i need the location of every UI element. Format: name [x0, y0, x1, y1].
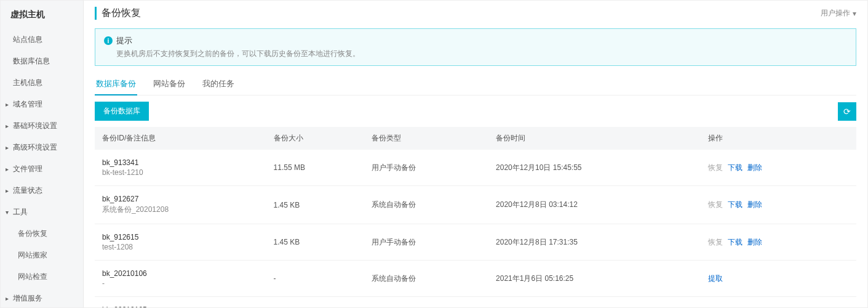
- tab-1[interactable]: 网站备份: [152, 73, 186, 95]
- sidebar-item-10[interactable]: 网站搬家: [1, 245, 83, 266]
- cell-size: 1.45 KB: [266, 224, 364, 261]
- table-row: bk_912615test-12081.45 KB用户手动备份2020年12月8…: [95, 224, 856, 261]
- page-title: 备份恢复: [95, 7, 141, 20]
- cell-id: bk_20210106-: [95, 261, 266, 297]
- backup-id: bk_20210106: [102, 269, 259, 278]
- tab-2[interactable]: 我的任务: [201, 73, 236, 95]
- chevron-right-icon: [6, 144, 12, 151]
- chevron-right-icon: [6, 101, 12, 108]
- backup-id: bk_912627: [102, 195, 259, 203]
- sidebar-item-3[interactable]: 域名管理: [1, 94, 83, 115]
- chevron-right-icon: [6, 123, 12, 129]
- chevron-down-icon: ▾: [853, 9, 856, 18]
- sidebar-item-4[interactable]: 基础环境设置: [1, 115, 83, 137]
- cell-actions: 提取: [701, 261, 856, 297]
- sidebar-item-label: 备份恢复: [18, 229, 47, 239]
- table-row: bk_913341bk-test-121011.55 MB用户手动备份2020年…: [95, 150, 856, 186]
- alert-title: 提示: [116, 35, 132, 46]
- sidebar-item-label: 工具: [13, 207, 28, 217]
- cell-type: 用户手动备份: [364, 150, 489, 186]
- sidebar-item-1[interactable]: 数据库信息: [1, 51, 83, 72]
- cell-type: 用户手动备份: [364, 224, 489, 261]
- sidebar-item-label: 文件管理: [13, 164, 42, 174]
- cell-actions: 恢复下载删除: [701, 224, 856, 261]
- cell-time: 2021年1月6日 05:16:25: [488, 261, 701, 297]
- action-删除[interactable]: 删除: [747, 200, 762, 209]
- user-action-dropdown[interactable]: 用户操作 ▾: [821, 8, 856, 18]
- chevron-down-icon: [6, 209, 12, 216]
- cell-id: bk_912615test-1208: [95, 224, 266, 261]
- cell-time: 2020年12月8日 17:31:35: [488, 224, 701, 261]
- sidebar-item-label: 高级环境设置: [13, 142, 57, 153]
- cell-size: 1.45 KB: [266, 186, 364, 224]
- cell-size: -: [266, 297, 364, 308]
- sidebar-item-label: 站点信息: [13, 34, 42, 45]
- backup-id: bk_20210105: [102, 306, 259, 307]
- sidebar-item-11[interactable]: 网站检查: [1, 266, 83, 288]
- sidebar-item-label: 数据库信息: [13, 56, 50, 67]
- alert-title-row: i 提示: [104, 35, 847, 46]
- sidebar: 虚拟主机 站点信息数据库信息主机信息域名管理基础环境设置高级环境设置文件管理流量…: [1, 1, 84, 307]
- info-icon: i: [104, 36, 113, 45]
- sidebar-item-label: 网站搬家: [18, 250, 47, 261]
- table-row: bk_20210105--系统自动备份2021年1月5日 05:19:28提取: [95, 297, 856, 308]
- sidebar-item-5[interactable]: 高级环境设置: [1, 137, 83, 158]
- cell-size: 11.55 MB: [266, 150, 364, 186]
- action-恢复: 恢复: [708, 163, 723, 172]
- user-action-label: 用户操作: [821, 8, 850, 18]
- backup-id: bk_913341: [102, 158, 259, 167]
- action-下载[interactable]: 下载: [728, 200, 743, 209]
- sidebar-title: 虚拟主机: [1, 1, 83, 29]
- sidebar-item-6[interactable]: 文件管理: [1, 158, 83, 180]
- cell-time: 2020年12月10日 15:45:55: [488, 150, 701, 186]
- cell-actions: 恢复下载删除: [701, 150, 856, 186]
- cell-type: 系统自动备份: [364, 186, 489, 224]
- backup-note: bk-test-1210: [102, 168, 259, 177]
- sidebar-item-8[interactable]: 工具: [1, 201, 83, 223]
- chevron-right-icon: [6, 187, 12, 194]
- table-row: bk_912627系统备份_202012081.45 KB系统自动备份2020年…: [95, 186, 856, 224]
- sidebar-item-2[interactable]: 主机信息: [1, 72, 83, 94]
- sidebar-item-label: 网站检查: [18, 272, 47, 282]
- cell-id: bk_913341bk-test-1210: [95, 150, 266, 186]
- action-下载[interactable]: 下载: [728, 163, 743, 172]
- alert-body: 更换机房后不支持恢复到之前的备份，可以下载历史备份至本地进行恢复。: [104, 49, 847, 59]
- cell-id: bk_20210105-: [95, 297, 266, 308]
- column-header-1: 备份大小: [266, 127, 364, 150]
- cell-id: bk_912627系统备份_20201208: [95, 186, 266, 224]
- cell-size: -: [266, 261, 364, 297]
- refresh-icon: ⟳: [843, 107, 851, 116]
- sidebar-item-label: 流量状态: [13, 185, 42, 196]
- info-alert: i 提示 更换机房后不支持恢复到之前的备份，可以下载历史备份至本地进行恢复。: [95, 28, 856, 66]
- sidebar-item-0[interactable]: 站点信息: [1, 29, 83, 51]
- backup-database-button[interactable]: 备份数据库: [95, 102, 149, 121]
- sidebar-item-label: 主机信息: [13, 78, 42, 88]
- cell-actions: 提取: [701, 297, 856, 308]
- backup-table: 备份ID/备注信息备份大小备份类型备份时间操作 bk_913341bk-test…: [95, 127, 856, 307]
- cell-type: 系统自动备份: [364, 261, 489, 297]
- toolbar: 备份数据库 ⟳: [95, 102, 856, 121]
- backup-id: bk_912615: [102, 233, 259, 241]
- refresh-button[interactable]: ⟳: [838, 102, 856, 121]
- backup-note: test-1208: [102, 243, 259, 251]
- backup-note: 系统备份_20201208: [102, 205, 259, 215]
- table-row: bk_20210106--系统自动备份2021年1月6日 05:16:25提取: [95, 261, 856, 297]
- backup-note: -: [102, 279, 259, 288]
- sidebar-item-label: 基础环境设置: [13, 121, 57, 131]
- action-恢复: 恢复: [708, 200, 723, 209]
- sidebar-item-12[interactable]: 增值服务: [1, 288, 83, 307]
- column-header-0: 备份ID/备注信息: [95, 127, 266, 150]
- sidebar-item-7[interactable]: 流量状态: [1, 180, 83, 201]
- action-下载[interactable]: 下载: [728, 238, 743, 246]
- column-header-2: 备份类型: [364, 127, 489, 150]
- action-删除[interactable]: 删除: [747, 163, 762, 172]
- chevron-right-icon: [6, 295, 12, 302]
- page-header: 备份恢复 用户操作 ▾: [95, 7, 856, 20]
- action-提取[interactable]: 提取: [708, 274, 723, 283]
- cell-time: 2020年12月8日 03:14:12: [488, 186, 701, 224]
- tab-0[interactable]: 数据库备份: [95, 73, 137, 95]
- column-header-3: 备份时间: [488, 127, 701, 150]
- action-删除[interactable]: 删除: [747, 238, 762, 246]
- sidebar-item-9[interactable]: 备份恢复: [1, 223, 83, 245]
- cell-time: 2021年1月5日 05:19:28: [488, 297, 701, 308]
